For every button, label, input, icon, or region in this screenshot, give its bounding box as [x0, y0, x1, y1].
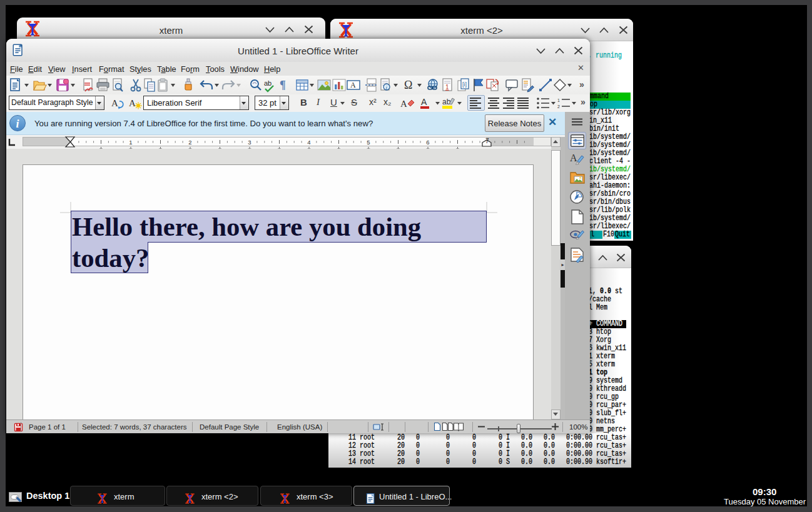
svg-text:A: A — [400, 99, 407, 109]
svg-text:A: A — [111, 98, 118, 108]
svg-text:2: 2 — [188, 139, 191, 146]
svg-text:A: A — [350, 81, 356, 89]
svg-text:1: 1 — [557, 98, 560, 103]
svg-text:[i]: [i] — [462, 81, 467, 88]
svg-text:¶: ¶ — [280, 79, 286, 91]
svg-text:3: 3 — [248, 139, 251, 146]
svg-text:1: 1 — [129, 139, 132, 146]
svg-text:ab: ab — [264, 79, 272, 87]
svg-text:A: A — [421, 97, 427, 107]
svg-text:5: 5 — [367, 139, 370, 146]
svg-text:ab: ab — [442, 98, 451, 106]
svg-text:6: 6 — [426, 139, 429, 146]
svg-text:4: 4 — [307, 139, 310, 146]
svg-text:1: 1 — [445, 84, 449, 91]
svg-text:2: 2 — [557, 104, 560, 109]
svg-text:Ω: Ω — [404, 79, 412, 91]
svg-text:A: A — [129, 98, 136, 108]
svg-text:A: A — [570, 153, 577, 163]
